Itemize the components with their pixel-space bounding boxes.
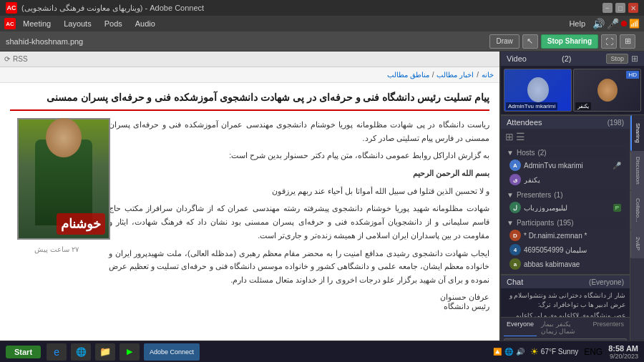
menu-audio[interactable]: Audio xyxy=(130,18,161,29)
tab-discussion[interactable]: Discussion xyxy=(630,151,644,190)
volume-icon: 🔊 xyxy=(592,18,605,29)
clock-date: 9/20/2023 xyxy=(608,353,638,360)
chat-tab-everyone[interactable]: Everyone xyxy=(504,320,537,336)
video-thumb-2: HD یکنفر xyxy=(573,69,641,112)
breadcrumb-news[interactable]: اخبار مطالب xyxy=(436,71,474,79)
system-tray: 🔼 🌐 🔊 xyxy=(493,348,525,356)
connect-taskbar-label: Adobe Connect xyxy=(150,348,194,356)
fullscreen-icon[interactable]: ⛶ xyxy=(601,34,617,49)
chat-title: Chat xyxy=(507,278,523,286)
record-indicator xyxy=(621,21,627,26)
tray-arrow[interactable]: 🔼 xyxy=(493,348,502,356)
minimize-button[interactable]: − xyxy=(602,3,613,13)
taskbar-left: Start e 🌐 📁 ▶ Adobe Connect xyxy=(6,343,200,361)
taskbar-app-ie[interactable]: e xyxy=(47,343,67,361)
browser-bar: ⟳ RSS xyxy=(0,52,499,67)
taskbar-app-folder[interactable]: 📁 xyxy=(95,343,115,361)
breadcrumb-home[interactable]: خانه xyxy=(482,71,494,79)
video-user2-face xyxy=(597,79,618,102)
article-footer: عرفان حسنوان رئیس دانشگاه xyxy=(109,293,489,311)
menu-meeting[interactable]: Meeting xyxy=(17,18,57,29)
chat-messages: شار از دانشگاه دخترانی شد ونتشواسلام و ع… xyxy=(501,288,630,317)
video-header: Video (2) Stop ⊞ xyxy=(501,52,644,66)
video-label-2: یکنفر xyxy=(575,102,591,110)
host-item-2[interactable]: ی یکنفر xyxy=(504,172,627,187)
draw-button[interactable]: Draw xyxy=(489,34,519,49)
taskbar-app-chrome[interactable]: 🌐 xyxy=(71,343,91,361)
sun-icon: ☀ xyxy=(530,346,539,357)
title-bar: AC (ویناریهای معاونت فرهنگی دانشجویی) - … xyxy=(0,0,644,16)
app-window: AC (ویناریهای معاونت فرهنگی دانشجویی) - … xyxy=(0,0,644,362)
photo-watermark: خوشنام xyxy=(57,213,105,235)
panel-with-tabs: Attendees (198) ⊞ ☰ ▼ xyxy=(501,115,644,341)
participants-label: Participants xyxy=(517,219,554,227)
tab-collabo[interactable]: Collabo... xyxy=(630,190,644,230)
video-grid-icon[interactable]: ⊞ xyxy=(631,54,638,64)
participant-name-1: * Dr.naimi.zemnan * xyxy=(524,232,621,240)
chat-tab-user[interactable]: یکنفر بیمار شمال زیمان xyxy=(538,320,588,336)
participant-item-1[interactable]: D * Dr.naimi.zemnan * xyxy=(504,228,627,243)
title-bar-left: AC (ویناریهای معاونت فرهنگی دانشجویی) - … xyxy=(6,2,204,14)
presenter-name-1: لیلیومبروزرباب xyxy=(524,204,610,212)
attendees-grid-btn[interactable]: ⊞ xyxy=(505,131,514,142)
close-button[interactable]: ✕ xyxy=(628,3,638,13)
refresh-icon[interactable]: ⟳ xyxy=(4,55,10,63)
participant-name-3: abbas kabimavae xyxy=(524,260,621,268)
video-grid: AdminTvu mkarimi HD یکنفر xyxy=(501,66,644,114)
host-item-1[interactable]: A AdminTvu mkarimi 🎤 xyxy=(504,158,627,172)
participants-collapse-arrow: ▼ xyxy=(507,219,514,227)
language-indicator: ENG xyxy=(584,347,602,357)
weather-display: ☀ 67°F Sunny xyxy=(530,346,578,357)
participant-name-2: 4695054999 سلیمان xyxy=(524,246,621,254)
taskbar-app-terminal[interactable]: ▶ xyxy=(119,343,140,361)
clock-time: 8:58 AM xyxy=(608,344,638,353)
video-count: (2) xyxy=(562,54,571,63)
face xyxy=(46,118,82,157)
participant-item-3[interactable]: a abbas kabimavae xyxy=(504,257,627,271)
connect-app-taskbar[interactable]: Adobe Connect xyxy=(144,343,200,361)
tab-sharing[interactable]: Sharing xyxy=(630,115,644,151)
hosts-header[interactable]: ▼ Hosts (2) xyxy=(504,147,627,158)
sidebar-tabs-panel: Sharing Discussion Collabo... 2v&P xyxy=(630,115,644,341)
video-stop-button[interactable]: Stop xyxy=(606,54,628,64)
presenter-item-1[interactable]: ل لیلیومبروزرباب P xyxy=(504,200,627,215)
attendees-list-btn[interactable]: ☰ xyxy=(516,131,525,142)
chat-tab-presenters[interactable]: Presenters xyxy=(590,320,627,336)
network-icon: 🌐 xyxy=(504,348,513,356)
presenter-badge: P xyxy=(613,204,621,212)
chat-input[interactable] xyxy=(504,338,627,341)
menu-pods[interactable]: Pods xyxy=(99,18,128,29)
participants-count: (195) xyxy=(557,219,573,227)
participant-avatar-1: D xyxy=(509,230,521,241)
presenters-header[interactable]: ▼ Presenters (1) xyxy=(504,190,627,200)
breadcrumb-sep-1: / xyxy=(477,71,479,79)
title-bar-controls: − □ ✕ xyxy=(602,3,638,13)
maximize-button[interactable]: □ xyxy=(615,3,625,13)
attendees-toolbar: ⊞ ☰ xyxy=(501,129,630,145)
menu-layouts[interactable]: Layouts xyxy=(58,18,97,29)
help-link[interactable]: Help xyxy=(569,19,585,28)
stop-sharing-button[interactable]: Stop Sharing xyxy=(541,34,598,49)
hosts-group: ▼ Hosts (2) A AdminTvu mkarimi 🎤 xyxy=(501,146,630,188)
chat-section: Chat (Everyone) شار از دانشگاه دخترانی ش… xyxy=(501,274,630,341)
article-signature: عرفان حسنوان xyxy=(109,293,489,302)
user2-avatar-shape xyxy=(597,79,618,102)
presenters-label: Presenters xyxy=(517,191,551,199)
adobe-logo-small: AC xyxy=(4,18,16,29)
article-p2: به گزارش اداراکل روابط عمومی دانشگاه، مت… xyxy=(109,149,489,162)
grid-view-icon[interactable]: ⊞ xyxy=(620,34,635,49)
breadcrumb-region[interactable]: مناطق مطالب xyxy=(387,71,429,79)
article-position: رئیس دانشگاه xyxy=(109,302,489,311)
pointer-icon[interactable]: ↖ xyxy=(522,34,538,49)
participants-header[interactable]: ▼ Participants (195) xyxy=(504,217,627,228)
right-panel: Video (2) Stop ⊞ AdminTvu mkarimi xyxy=(501,52,644,341)
host-avatar-2: ی xyxy=(509,174,521,185)
start-button[interactable]: Start xyxy=(6,346,41,358)
photo-inner: خوشنام xyxy=(19,119,109,238)
panel-content: Attendees (198) ⊞ ☰ ▼ xyxy=(501,115,630,341)
participant-item-2[interactable]: 4 4695054999 سلیمان xyxy=(504,243,627,257)
tab-2vp[interactable]: 2v&P xyxy=(630,230,644,258)
presenters-collapse-arrow: ▼ xyxy=(507,191,514,199)
volume-tray-icon[interactable]: 🔊 xyxy=(516,348,525,356)
page-content: پیام تسلیت رئیس دانشگاه فنی و حرفه‌ای در… xyxy=(0,83,499,341)
